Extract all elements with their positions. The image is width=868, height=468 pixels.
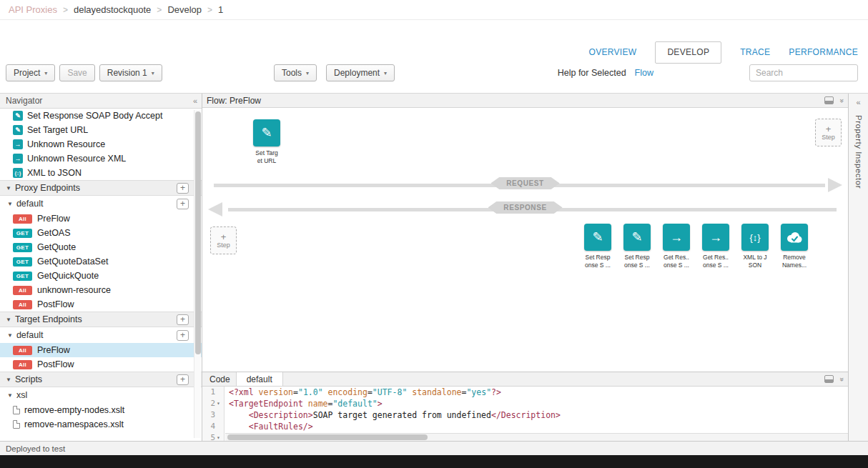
code-line[interactable]: 1<?xml version="1.0" encoding="UTF-8" st…: [202, 387, 848, 398]
code-line[interactable]: 3 <Description>SOAP target generated fro…: [202, 409, 848, 421]
expand-property-inspector-icon[interactable]: «: [856, 98, 860, 106]
flow-item-postflow[interactable]: AllPostFlow: [0, 357, 202, 372]
section-header-proxy-endpoints[interactable]: ▼Proxy Endpoints+: [0, 180, 202, 196]
flow-step-xml-to-j-son[interactable]: {↕}XML to JSON: [736, 224, 774, 269]
flow-step-set-resp-onse-s-[interactable]: ✎Set Response S ...: [618, 224, 656, 269]
flow-item-getoas[interactable]: GETGetOAS: [0, 226, 202, 240]
flow-panel-header: Flow: PreFlow »: [202, 94, 848, 108]
step-label: Set Target URL: [255, 149, 278, 164]
add-button[interactable]: +: [177, 330, 189, 341]
step-label: RemoveNames...: [782, 254, 807, 269]
breadcrumb-item-proxy[interactable]: delayedstockquote: [74, 4, 151, 15]
add-button[interactable]: +: [177, 199, 189, 209]
policy-item-unknown-resource-xml[interactable]: →Unknown Resource XML: [0, 151, 202, 166]
tab-develop[interactable]: DEVELOP: [655, 41, 721, 64]
group-name: default: [16, 199, 44, 209]
group-name: default: [16, 330, 44, 340]
flow-editor-column: Flow: PreFlow » ✎Set Target URL + Step R…: [202, 94, 848, 441]
line-number: 1: [210, 387, 215, 398]
code-editor[interactable]: 1<?xml version="1.0" encoding="UTF-8" st…: [202, 387, 848, 441]
breadcrumb-item-develop[interactable]: Develop: [167, 4, 202, 15]
collapse-panel-icon[interactable]: »: [838, 377, 845, 382]
flow-item-preflow[interactable]: AllPreFlow: [0, 343, 202, 357]
collapse-panel-icon[interactable]: »: [838, 99, 845, 103]
plus-icon: +: [826, 125, 832, 134]
code-line[interactable]: 2▾<TargetEndpoint name="default">: [202, 398, 848, 409]
tab-overview[interactable]: OVERVIEW: [589, 42, 637, 64]
code-token: name: [308, 399, 328, 409]
policy-item-unknown-resource[interactable]: →Unknown Resource: [0, 137, 202, 151]
flow-item-unknown-resource[interactable]: Allunknown-resource: [0, 283, 202, 297]
method-badge: GET: [13, 243, 32, 252]
fold-icon[interactable]: ▾: [217, 432, 222, 441]
file-item-remove-namespaces-xslt[interactable]: remove-namespaces.xslt: [0, 417, 202, 432]
flow-item-getquote[interactable]: GETGetQuote: [0, 240, 202, 254]
policy-label: Unknown Resource XML: [27, 154, 126, 164]
help-flow-link[interactable]: Flow: [635, 68, 654, 78]
braces-icon: {↕}: [13, 168, 23, 178]
tab-performance[interactable]: PERFORMANCE: [789, 42, 858, 64]
file-name: remove-namespaces.xslt: [24, 419, 124, 429]
navigator-scrollbar[interactable]: [194, 110, 201, 438]
group-row-default[interactable]: ▼default+: [0, 196, 202, 211]
file-item-remove-empty-nodes-xslt[interactable]: remove-empty-nodes.xslt: [0, 403, 202, 417]
chevron-down-icon: ▼: [6, 377, 11, 383]
code-token: </Description>: [491, 410, 561, 420]
status-bar: Deployed to test: [0, 441, 868, 455]
property-inspector-strip[interactable]: « Property Inspector: [848, 94, 868, 441]
project-menu-button[interactable]: Project: [6, 64, 55, 81]
flow-canvas[interactable]: ✎Set Target URL + Step REQUEST RESPONSE …: [202, 108, 848, 372]
policy-item-set-target-url[interactable]: ✎Set Target URL: [0, 123, 202, 137]
tools-menu-button[interactable]: Tools: [274, 64, 317, 81]
policy-item-xml-to-json[interactable]: {↕}XML to JSON: [0, 166, 202, 180]
revision-menu-button[interactable]: Revision 1: [99, 64, 162, 81]
property-inspector-label: Property Inspector: [854, 115, 863, 189]
method-badge: All: [13, 286, 32, 295]
tab-trace[interactable]: TRACE: [740, 42, 770, 64]
pencil-icon: ✎: [253, 119, 280, 146]
code-horizontal-scrollbar[interactable]: [225, 433, 848, 441]
flow-step-remove-names-[interactable]: RemoveNames...: [776, 224, 813, 269]
section-header-scripts[interactable]: ▼Scripts+: [0, 372, 202, 387]
code-token: encoding: [328, 387, 368, 397]
code-label: Code: [207, 374, 236, 384]
fold-icon[interactable]: ▾: [217, 398, 222, 409]
panel-layout-icon[interactable]: [824, 96, 834, 104]
add-button[interactable]: +: [177, 374, 189, 385]
section-header-target-endpoints[interactable]: ▼Target Endpoints+: [0, 312, 202, 327]
flow-item-getquickquote[interactable]: GETGetQuickQuote: [0, 269, 202, 283]
toolbar-left-group: Project Save Revision 1: [6, 64, 162, 81]
group-row-default[interactable]: ▼default+: [0, 327, 202, 343]
code-line[interactable]: 4 <FaultRules/>: [202, 421, 848, 432]
flow-item-preflow[interactable]: AllPreFlow: [0, 211, 202, 226]
policy-item-set-response-soap-body-accept[interactable]: ✎Set Response SOAP Body Accept: [0, 109, 202, 123]
flow-step-get-res-onse-s-[interactable]: →Get Res..onse S ...: [658, 224, 695, 269]
add-button[interactable]: +: [177, 183, 189, 194]
breadcrumb-root[interactable]: API Proxies: [9, 4, 57, 15]
collapse-navigator-icon[interactable]: «: [193, 96, 197, 105]
add-step-button-request[interactable]: + Step: [815, 119, 842, 146]
file-name: remove-empty-nodes.xslt: [24, 405, 124, 415]
add-button[interactable]: +: [177, 314, 189, 325]
code-tab-default[interactable]: default: [236, 372, 283, 386]
flow-name: GetQuickQuote: [37, 271, 99, 281]
breadcrumb-item-revision[interactable]: 1: [218, 4, 223, 15]
code-token: "yes": [466, 387, 491, 397]
flow-step-set-resp-onse-s-[interactable]: ✎Set Response S ...: [579, 224, 616, 269]
chevron-down-icon: ▼: [6, 317, 11, 323]
method-badge: All: [13, 360, 32, 369]
code-token: ?>: [491, 387, 501, 397]
code-token: SOAP target generated from undefined: [313, 410, 491, 420]
save-button[interactable]: Save: [59, 64, 94, 81]
panel-layout-icon[interactable]: [824, 375, 834, 383]
flow-step-get-res-onse-s-[interactable]: →Get Res..onse S ...: [697, 224, 734, 269]
scrollbar-thumb[interactable]: [227, 434, 428, 440]
deployment-menu-button[interactable]: Deployment: [326, 64, 395, 81]
flow-step-set-targ-et-url[interactable]: ✎Set Target URL: [248, 119, 285, 164]
group-row-xsl[interactable]: ▼xsl: [0, 387, 202, 403]
add-step-button-response[interactable]: + Step: [210, 226, 237, 254]
flow-item-getquotedataset[interactable]: GETGetQuoteDataSet: [0, 254, 202, 269]
scrollbar-thumb[interactable]: [195, 111, 201, 354]
search-input[interactable]: [749, 64, 858, 81]
flow-item-postflow[interactable]: AllPostFlow: [0, 297, 202, 312]
